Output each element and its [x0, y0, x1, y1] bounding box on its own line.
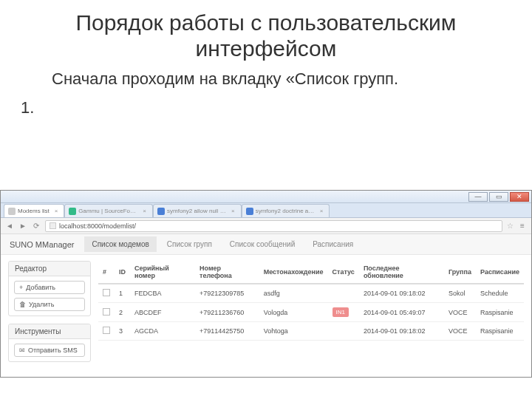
cell-status	[328, 284, 359, 303]
tools-panel-title: Инструменты	[9, 324, 90, 339]
bullet-number: 1.	[21, 98, 34, 117]
nav-item-modems[interactable]: Список модемов	[84, 236, 156, 252]
col-id: ID	[115, 261, 130, 284]
url-text: localhost:8000/modemlist/	[59, 222, 136, 230]
table-row[interactable]: 1 FEDCBA +79212309785 asdfg 2014-09-01 0…	[98, 284, 524, 303]
cell-id: 2	[115, 303, 130, 322]
nav-reload-icon[interactable]: ⟳	[32, 222, 41, 231]
row-checkbox[interactable]	[103, 327, 110, 334]
window-close-button[interactable]: ✕	[510, 192, 529, 202]
close-icon[interactable]: ×	[231, 208, 235, 214]
cell-group: VOCE	[444, 322, 476, 341]
tab-label: symfony2 doctrine allow	[256, 208, 315, 214]
col-schedule: Расписание	[476, 261, 524, 284]
window-maximize-button[interactable]: ▭	[489, 192, 508, 202]
cell-serial: FEDCBA	[130, 284, 195, 303]
content-area: Редактор + Добавить 🗑 Удалить Инструмент…	[1, 255, 531, 377]
tab-favicon	[69, 208, 76, 215]
editor-panel: Редактор + Добавить 🗑 Удалить	[8, 261, 91, 316]
slide-title: Порядок работы с пользовательским интерф…	[30, 10, 502, 61]
cell-phone: +79211236760	[195, 303, 259, 322]
cell-id: 1	[115, 284, 130, 303]
tab-favicon	[246, 208, 253, 215]
delete-button[interactable]: 🗑 Удалить	[14, 298, 85, 311]
row-checkbox[interactable]	[103, 308, 110, 316]
cell-schedule: Schedule	[476, 284, 524, 303]
col-updated: Последнее обновление	[359, 261, 444, 284]
page-content: SUNO MManager Список модемов Список груп…	[1, 234, 531, 377]
cell-phone: +79114425750	[195, 322, 259, 341]
row-checkbox[interactable]	[103, 289, 110, 296]
col-location: Местонахождение	[259, 261, 328, 284]
close-icon[interactable]: ×	[55, 208, 58, 214]
tools-panel: Инструменты ✉ Отправить SMS	[8, 324, 91, 362]
send-sms-label: Отправить SMS	[28, 347, 78, 354]
plus-icon: +	[19, 284, 23, 291]
col-phone: Номер телефона	[195, 261, 259, 284]
cell-group: VOCE	[444, 303, 476, 322]
cell-schedule: Raspisanie	[476, 303, 524, 322]
nav-item-messages[interactable]: Список сообщений	[222, 236, 302, 252]
nav-back-icon[interactable]: ◄	[5, 222, 14, 231]
tab-label: Modems list	[18, 208, 50, 214]
cell-updated: 2014-09-01 09:18:02	[359, 284, 444, 303]
app-brand: SUNO MManager	[10, 240, 74, 249]
col-serial: Серийный номер	[130, 261, 195, 284]
delete-button-label: Удалить	[29, 301, 54, 308]
nav-item-schedules[interactable]: Расписания	[305, 236, 361, 252]
bookmark-icon[interactable]: ☆	[507, 222, 514, 230]
cell-status	[328, 322, 359, 341]
nav-forward-icon[interactable]: ►	[18, 222, 27, 231]
browser-tab-modems[interactable]: Modems list ×	[4, 204, 64, 217]
tab-label: symfony2 allow null - По	[167, 208, 226, 214]
tab-favicon	[157, 208, 165, 215]
status-badge: IN1	[332, 307, 349, 317]
add-button-label: Добавить	[26, 284, 55, 291]
cell-status: IN1	[328, 303, 359, 322]
cell-serial: AGCDA	[130, 322, 195, 341]
sidebar: Редактор + Добавить 🗑 Удалить Инструмент…	[8, 261, 91, 369]
editor-panel-title: Редактор	[9, 262, 90, 276]
cell-location: Vologda	[259, 303, 328, 322]
cell-updated: 2014-09-01 05:49:07	[359, 303, 444, 322]
close-icon[interactable]: ×	[320, 208, 324, 214]
cell-location: asdfg	[259, 284, 328, 303]
cell-id: 3	[115, 322, 130, 341]
window-minimize-button[interactable]: —	[468, 192, 488, 202]
browser-tab[interactable]: symfony2 doctrine allow ×	[242, 204, 330, 217]
table-row[interactable]: 3 AGCDA +79114425750 Vohtoga 2014-09-01 …	[98, 322, 524, 341]
table-row[interactable]: 2 ABCDEF +79211236760 Vologda IN1 2014-0…	[98, 303, 524, 322]
col-status: Статус	[328, 261, 359, 284]
send-sms-button[interactable]: ✉ Отправить SMS	[14, 344, 85, 357]
cell-group: Sokol	[444, 284, 476, 303]
col-group: Группа	[444, 261, 476, 284]
modems-table: # ID Серийный номер Номер телефона Место…	[98, 261, 524, 341]
table-header-row: # ID Серийный номер Номер телефона Место…	[98, 261, 524, 284]
app-navbar: SUNO MManager Список модемов Список груп…	[1, 234, 531, 255]
page-icon	[50, 222, 56, 229]
tab-label: Gammu | SourceForge.ne	[78, 208, 137, 214]
window-titlebar: — ▭ ✕	[1, 191, 531, 203]
add-button[interactable]: + Добавить	[14, 281, 85, 294]
nav-item-groups[interactable]: Список групп	[160, 236, 219, 252]
cell-location: Vohtoga	[259, 322, 328, 341]
menu-icon[interactable]: ≡	[518, 222, 527, 231]
col-check: #	[98, 261, 115, 284]
browser-tab[interactable]: symfony2 allow null - По ×	[153, 204, 242, 217]
close-icon[interactable]: ×	[143, 208, 146, 214]
browser-tab[interactable]: Gammu | SourceForge.ne ×	[64, 204, 153, 217]
trash-icon: 🗑	[19, 301, 26, 308]
browser-window: — ▭ ✕ Modems list × Gammu | SourceForge.…	[0, 190, 532, 378]
browser-tabs: Modems list × Gammu | SourceForge.ne × s…	[1, 203, 531, 218]
cell-serial: ABCDEF	[130, 303, 195, 322]
address-bar: ◄ ► ⟳ localhost:8000/modemlist/ ☆ ≡	[1, 218, 531, 234]
cell-schedule: Raspisanie	[476, 322, 524, 341]
main-area: # ID Серийный номер Номер телефона Место…	[98, 261, 524, 369]
cell-phone: +79212309785	[195, 284, 259, 303]
envelope-icon: ✉	[19, 347, 25, 354]
url-input[interactable]: localhost:8000/modemlist/	[45, 220, 502, 232]
tab-favicon	[8, 208, 16, 215]
cell-updated: 2014-09-01 09:18:02	[359, 322, 444, 341]
bullet-text: Сначала проходим на вкладку «Список груп…	[52, 69, 502, 89]
